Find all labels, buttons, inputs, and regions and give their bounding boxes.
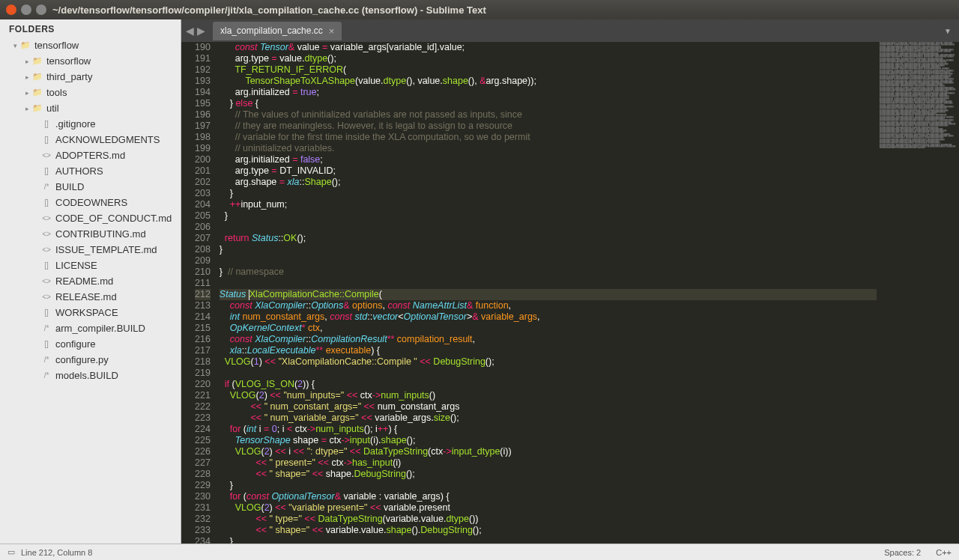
disclosure-icon[interactable]: ▸ bbox=[22, 89, 31, 97]
code-line[interactable]: TensorShape shape = ctx->input(i).shape(… bbox=[220, 435, 877, 446]
code-line[interactable]: ++input_num; bbox=[220, 199, 877, 210]
statusbar: ▭ Line 212, Column 8 Spaces: 2 C++ bbox=[0, 544, 959, 560]
file-icon: <> bbox=[40, 292, 52, 302]
code-line[interactable]: arg.type = value.dtype(); bbox=[220, 53, 877, 64]
file-item[interactable]: <>RELEASE.md bbox=[0, 289, 181, 305]
code-line[interactable]: arg.shape = xla::Shape(); bbox=[220, 177, 877, 188]
code-area[interactable]: 1901911921931941951961971981992002012022… bbox=[181, 42, 959, 544]
code-line[interactable]: VLOG(2) << "variable present=" << variab… bbox=[220, 502, 877, 514]
code-line[interactable]: const Tensor& value = variable_args[vari… bbox=[220, 42, 877, 53]
file-item[interactable]: <>CONTRIBUTING.md bbox=[0, 226, 181, 242]
tree-label: ISSUE_TEMPLATE.md bbox=[55, 244, 157, 255]
file-item[interactable]: <>CODE_OF_CONDUCT.md bbox=[0, 210, 181, 226]
folder-item[interactable]: ▸util bbox=[0, 100, 181, 116]
file-item[interactable]: <>ISSUE_TEMPLATE.md bbox=[0, 242, 181, 258]
status-syntax[interactable]: C++ bbox=[936, 548, 952, 557]
code-line[interactable]: return Status::OK(); bbox=[220, 233, 877, 244]
disclosure-icon[interactable]: ▾ bbox=[10, 42, 19, 49]
code-line[interactable]: int num_constant_args, const std::vector… bbox=[220, 311, 877, 323]
file-icon: <> bbox=[40, 276, 52, 287]
tree-label: arm_compiler.BUILD bbox=[55, 323, 145, 334]
code-line[interactable]: TF_RETURN_IF_ERROR( bbox=[220, 64, 877, 76]
code-line[interactable]: } bbox=[220, 480, 877, 491]
code-line[interactable]: Status XlaCompilationCache::Compile( bbox=[220, 289, 877, 300]
tree-label: configure.py bbox=[55, 354, 109, 365]
code-line[interactable] bbox=[220, 255, 877, 267]
file-item[interactable]: []configure bbox=[0, 336, 181, 352]
code-line[interactable]: << " num_variable_args=" << variable_arg… bbox=[220, 413, 877, 424]
code-line[interactable]: const XlaCompiler::Options& options, con… bbox=[220, 300, 877, 311]
status-spaces[interactable]: Spaces: 2 bbox=[884, 548, 921, 557]
code-line[interactable]: // The values of uninitialized variables… bbox=[220, 109, 877, 121]
file-item[interactable]: []LICENSE bbox=[0, 258, 181, 273]
code-line[interactable]: for (const OptionalTensor& variable : va… bbox=[220, 491, 877, 502]
code-line[interactable]: VLOG(2) << i << ": dtype=" << DataTypeSt… bbox=[220, 446, 877, 457]
tab-menu-icon[interactable]: ▼ bbox=[944, 27, 952, 35]
code-line[interactable]: xla::LocalExecutable** executable) { bbox=[220, 345, 877, 356]
code-line[interactable]: } bbox=[220, 244, 877, 255]
file-icon: /* bbox=[40, 323, 52, 334]
code-line[interactable]: arg.type = DT_INVALID; bbox=[220, 165, 877, 177]
status-position[interactable]: Line 212, Column 8 bbox=[21, 548, 92, 557]
folder-item[interactable]: ▸tools bbox=[0, 85, 181, 100]
file-icon: [] bbox=[40, 261, 52, 271]
tab-close-icon[interactable]: × bbox=[329, 25, 335, 37]
disclosure-icon[interactable]: ▸ bbox=[22, 58, 31, 65]
code-line[interactable]: for (int i = 0; i < ctx->num_inputs(); i… bbox=[220, 424, 877, 435]
file-icon: [] bbox=[40, 308, 52, 318]
code-line[interactable]: << " num_constant_args=" << num_constant… bbox=[220, 401, 877, 413]
file-item[interactable]: []ACKNOWLEDGMENTS bbox=[0, 132, 181, 147]
code-line[interactable]: } // namespace bbox=[220, 267, 877, 278]
code-line[interactable]: const XlaCompiler::CompilationResult** c… bbox=[220, 334, 877, 345]
code-line[interactable]: << " present=" << ctx->has_input(i) bbox=[220, 457, 877, 469]
tree-label: CONTRIBUTING.md bbox=[55, 228, 146, 240]
code-line[interactable]: // variable for the first time inside th… bbox=[220, 132, 877, 143]
file-item[interactable]: []WORKSPACE bbox=[0, 305, 181, 320]
code-line[interactable]: VLOG(2) << "num_inputs=" << ctx->num_inp… bbox=[220, 390, 877, 401]
code-line[interactable]: TensorShapeToXLAShape(value.dtype(), val… bbox=[220, 76, 877, 87]
tab-bar: ◀ ▶ xla_compilation_cache.cc × ▼ bbox=[181, 19, 959, 42]
code-line[interactable]: } bbox=[220, 188, 877, 199]
disclosure-icon[interactable]: ▸ bbox=[22, 105, 31, 112]
code-line[interactable]: arg.initialized = true; bbox=[220, 87, 877, 98]
disclosure-icon[interactable]: ▸ bbox=[22, 73, 31, 81]
minimize-icon[interactable] bbox=[21, 4, 31, 15]
file-item[interactable]: []CODEOWNERS bbox=[0, 195, 181, 210]
code-line[interactable]: } else { bbox=[220, 98, 877, 109]
code-line[interactable]: } bbox=[220, 210, 877, 222]
code-line[interactable]: VLOG(1) << "XlaCompilationCache::Compile… bbox=[220, 356, 877, 368]
file-item[interactable]: <>ADOPTERS.md bbox=[0, 147, 181, 163]
file-item[interactable]: [].gitignore bbox=[0, 116, 181, 132]
close-icon[interactable] bbox=[6, 4, 16, 15]
code-body[interactable]: const Tensor& value = variable_args[vari… bbox=[220, 42, 877, 544]
file-item[interactable]: /*models.BUILD bbox=[0, 368, 181, 383]
file-item[interactable]: <>README.md bbox=[0, 273, 181, 289]
code-line[interactable]: // uninitialized variables. bbox=[220, 143, 877, 154]
code-line[interactable]: << " type=" << DataTypeString(variable.v… bbox=[220, 514, 877, 525]
file-item[interactable]: []AUTHORS bbox=[0, 163, 181, 179]
code-line[interactable] bbox=[220, 278, 877, 289]
nav-back-icon[interactable]: ◀ bbox=[186, 25, 194, 37]
code-line[interactable] bbox=[220, 222, 877, 233]
minimap[interactable]: ███████████████████ ███████████ ████████… bbox=[877, 42, 959, 544]
tab-nav: ◀ ▶ bbox=[186, 25, 205, 37]
code-line[interactable]: if (VLOG_IS_ON(2)) { bbox=[220, 379, 877, 390]
code-line[interactable]: OpKernelContext* ctx, bbox=[220, 323, 877, 334]
folder-item[interactable]: ▸tensorflow bbox=[0, 53, 181, 69]
maximize-icon[interactable] bbox=[36, 4, 46, 15]
file-item[interactable]: /*arm_compiler.BUILD bbox=[0, 320, 181, 336]
editor-pane: ◀ ▶ xla_compilation_cache.cc × ▼ 1901911… bbox=[181, 19, 959, 544]
nav-forward-icon[interactable]: ▶ bbox=[197, 25, 205, 37]
code-line[interactable]: << " shape=" << variable.value.shape().D… bbox=[220, 525, 877, 536]
code-line[interactable]: } bbox=[220, 536, 877, 544]
folder-item[interactable]: ▾tensorflow bbox=[0, 37, 181, 53]
folder-item[interactable]: ▸third_party bbox=[0, 69, 181, 85]
file-item[interactable]: /*BUILD bbox=[0, 179, 181, 195]
code-line[interactable] bbox=[220, 368, 877, 379]
file-item[interactable]: /*configure.py bbox=[0, 352, 181, 368]
code-line[interactable]: << " shape=" << shape.DebugString(); bbox=[220, 469, 877, 480]
code-line[interactable]: // they are meaningless. However, it is … bbox=[220, 121, 877, 132]
file-tab[interactable]: xla_compilation_cache.cc × bbox=[213, 22, 342, 40]
panel-icon[interactable]: ▭ bbox=[7, 547, 15, 557]
code-line[interactable]: arg.initialized = false; bbox=[220, 154, 877, 165]
